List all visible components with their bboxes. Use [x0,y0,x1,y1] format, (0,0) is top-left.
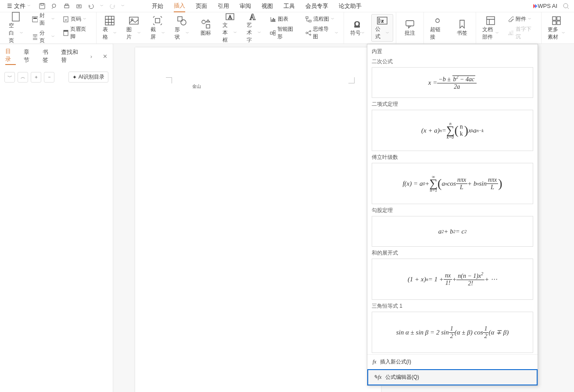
formula-expansion[interactable]: (1 + x)n = 1 + nx1! + n(n − 1)x22! + ⋯ [372,259,533,300]
svg-rect-43 [552,17,556,20]
screenshot-label: 截屏 [151,26,161,41]
insert-new-formula-item[interactable]: fx 插入新公式(I) [367,355,538,369]
picture-label: 图片 [126,26,137,41]
formula-button[interactable]: x公式﹀ [371,14,393,42]
tab-paper[interactable]: 论文助手 [339,0,362,12]
comment-button[interactable]: 批注 [399,14,421,42]
chart-label: 图表 [278,15,288,23]
quick-access-toolbar: ﹀ ﹀ [35,3,128,10]
table-label: 表格 [103,26,113,41]
doc-parts-button[interactable]: 文档部件﹀ [479,14,503,42]
file-menu-label: 文件 [14,2,25,10]
document-page[interactable]: 金山 [135,47,381,392]
svg-text:A: A [250,13,255,22]
attachment-label: 附件 [516,15,526,23]
close-icon[interactable]: ✕ [103,53,108,60]
hyperlink-button[interactable]: 超链接 [427,14,448,42]
print-preview-icon[interactable] [51,3,58,10]
add-button[interactable]: ＋ [31,72,41,83]
chevron-right-icon[interactable]: › [90,53,92,60]
print-icon[interactable] [63,3,70,10]
remove-button[interactable]: － [44,72,54,83]
formula-trig-1[interactable]: sin α ± sin β = 2 sin12(α ± β) cos12(α ∓… [372,312,533,353]
tab-member[interactable]: 会员专享 [305,0,328,12]
ai-toc-label: AI识别目录 [79,73,104,81]
formula-editor-icon: ✎fx [373,374,382,381]
tab-page[interactable]: 页面 [196,0,207,12]
page-header-text: 金山 [192,83,201,90]
undo-dropdown-icon[interactable]: ﹀ [100,4,104,8]
table-button[interactable]: 表格﹀ [99,14,121,42]
svg-rect-1 [41,4,43,5]
header-footer-button[interactable]: 页眉页脚 [60,25,93,41]
formula-section-builtin: 内置 [372,48,533,55]
sidebar-toolbar: ﹀ ︿ ＋ － ✦ AI识别目录 [0,69,113,85]
sidebar-tab-toc[interactable]: 目录 [5,47,16,65]
file-menu[interactable]: ☰ 文件 ﹀ [4,1,33,11]
formula-fourier[interactable]: f(x) = a0 + ∞∑n=1 (an cosnπxL + bn sinnπ… [372,163,533,204]
attachment-button[interactable]: 附件﹀ [505,14,538,24]
expand-down-button[interactable]: ﹀ [4,72,15,83]
section-button[interactable]: 分页﹀ [29,29,57,45]
margin-marker-icon [166,77,172,83]
svg-rect-32 [306,17,308,18]
svg-rect-41 [487,17,495,25]
ribbon-insert: 空白页﹀ 封面﹀ 分页﹀ #页码﹀ 页眉页脚 表格﹀ 图片﹀ 截屏﹀ 形状﹀ 图… [0,12,574,44]
formula-list-scroll[interactable]: 内置 二次公式 x = −b ± b2 − 4ac2a 二项式定理 (x + a… [367,44,538,354]
icon-label: 图标 [201,29,211,37]
flowchart-button[interactable]: 流程图﹀ [303,14,341,24]
icon-button[interactable]: 图标 [195,14,217,42]
chart-button[interactable]: 图表 [267,14,300,24]
symbol-button[interactable]: Ω符号﹀ [347,14,369,42]
wordart-label: 艺术字 [247,22,257,44]
collapse-up-button[interactable]: ︿ [18,72,28,83]
drop-cap-button[interactable]: A首字下沉 [505,25,538,41]
formula-item-label: 勾股定理 [372,207,533,214]
svg-point-35 [309,31,311,32]
shape-label: 形状 [175,26,185,41]
tab-insert[interactable]: 插入 [174,0,185,12]
picture-button[interactable]: 图片﹀ [123,14,144,42]
tab-start[interactable]: 开始 [152,0,163,12]
formula-quadratic[interactable]: x = −b ± b2 − 4ac2a [372,67,533,98]
wps-ai-logo-icon [533,4,536,8]
tab-tools[interactable]: 工具 [283,0,295,12]
sidebar-tab-find[interactable]: 查找和替 [61,48,83,64]
tab-reference[interactable]: 引用 [218,0,229,12]
svg-rect-30 [273,31,276,32]
shape-button[interactable]: 形状﹀ [171,14,193,42]
undo-icon[interactable] [88,3,95,10]
mindmap-button[interactable]: 思维导图﹀ [303,25,341,41]
sidebar-tab-chapter[interactable]: 章节 [24,48,34,64]
smart-graphic-button[interactable]: 智能图形 [267,25,300,41]
more-materials-button[interactable]: 更多素材﹀ [544,14,569,42]
sidebar-tab-bookmark[interactable]: 书签 [43,48,53,64]
more-quick-icon[interactable]: ﹀ [121,4,125,8]
svg-text:#: # [65,18,67,22]
redo-icon[interactable] [109,3,116,10]
bookmark-button[interactable]: 书签 [451,14,473,42]
save-icon[interactable] [39,3,46,10]
search-icon[interactable] [563,3,570,10]
textbox-button[interactable]: A文本框﹀ [219,14,240,42]
margin-marker-icon [348,77,355,83]
ai-recognize-toc-button[interactable]: ✦ AI识别目录 [68,72,108,83]
page-number-button[interactable]: #页码﹀ [60,14,93,24]
blank-page-button[interactable]: 空白页﹀ [5,14,27,42]
formula-editor-item[interactable]: ✎fx 公式编辑器(Q) [367,369,538,385]
svg-rect-28 [274,19,275,22]
formula-binomial[interactable]: (x + a)n = n∑k=0 (nk) xkan−k [372,110,533,151]
svg-rect-44 [557,17,560,20]
textbox-label: 文本框 [222,22,233,44]
svg-rect-10 [33,18,37,19]
wps-ai-button[interactable]: WPS AI [533,3,557,9]
cover-button[interactable]: 封面﹀ [29,11,57,28]
screenshot-button[interactable]: 截屏﹀ [147,14,169,42]
svg-rect-0 [39,4,45,9]
wordart-button[interactable]: A艺术字﹀ [243,14,265,42]
flowchart-label: 流程图 [313,15,329,23]
print-direct-icon[interactable] [75,3,83,10]
tab-review[interactable]: 审阅 [240,0,251,12]
tab-view[interactable]: 视图 [262,0,273,12]
formula-pythagoras[interactable]: a2 + b2 = c2 [372,216,533,247]
